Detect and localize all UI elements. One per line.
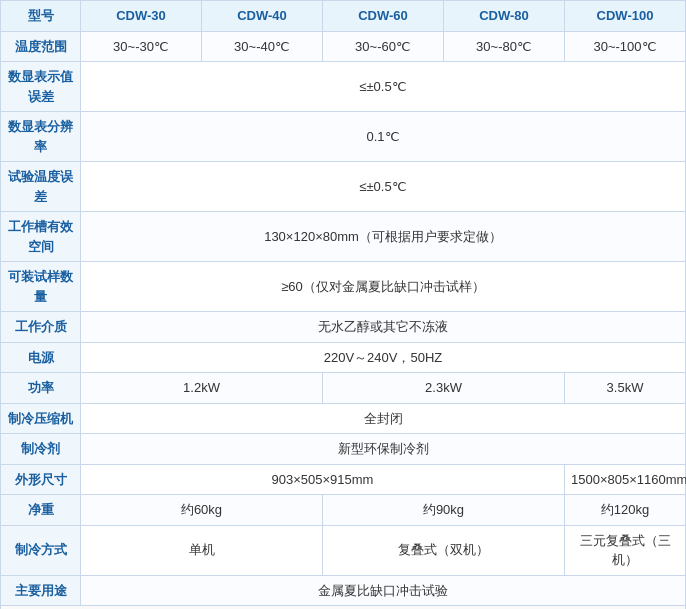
data-cell-span: 金属夏比缺口冲击试验 <box>81 575 686 606</box>
table-row: 制冷剂新型环保制冷剂 <box>1 434 686 465</box>
row-label: 制冷剂 <box>1 434 81 465</box>
header-cell-cdw40: CDW-40 <box>202 1 323 32</box>
data-cell: 30~-100℃ <box>565 31 686 62</box>
header-cell-cdw60: CDW-60 <box>323 1 444 32</box>
header-cell-cdw100: CDW-100 <box>565 1 686 32</box>
data-cell: 30~-40℃ <box>202 31 323 62</box>
data-cell: 1.2kW <box>81 373 323 404</box>
row-label: 电源 <box>1 342 81 373</box>
row-label: 制冷方式 <box>1 525 81 575</box>
data-cell-span: 130×120×80mm（可根据用户要求定做） <box>81 212 686 262</box>
table-row: 温度范围30~-30℃30~-40℃30~-60℃30~-80℃30~-100℃ <box>1 31 686 62</box>
row-label: 试验温度误差 <box>1 162 81 212</box>
data-cell-span: ≤±0.5℃ <box>81 62 686 112</box>
row-label: 净重 <box>1 495 81 526</box>
table-row: 制冷压缩机全封闭 <box>1 403 686 434</box>
row-label: 数显表示值误差 <box>1 62 81 112</box>
table-row: 主要用途金属夏比缺口冲击试验 <box>1 575 686 606</box>
data-cell-span: 全封闭 <box>81 403 686 434</box>
table-row: 数显表分辨率0.1℃ <box>1 112 686 162</box>
data-cell: 三元复叠式（三机） <box>565 525 686 575</box>
data-cell: 约120kg <box>565 495 686 526</box>
row-label: 功率 <box>1 373 81 404</box>
row-label: 外形尺寸 <box>1 464 81 495</box>
data-cell-span: 无水乙醇或其它不冻液 <box>81 312 686 343</box>
table-row: 试验温度误差≤±0.5℃ <box>1 162 686 212</box>
data-cell-span: ≤±0.5℃ <box>81 162 686 212</box>
row-label: 制冷压缩机 <box>1 403 81 434</box>
data-cell: 单机 <box>81 525 323 575</box>
header-cell-label: 型号 <box>1 1 81 32</box>
data-cell: 约90kg <box>323 495 565 526</box>
data-cell-span: 新型环保制冷剂 <box>81 434 686 465</box>
data-cell: 30~-60℃ <box>323 31 444 62</box>
table-header-row: 型号 CDW-30 CDW-40 CDW-60 CDW-80 CDW-100 <box>1 1 686 32</box>
table-row: 功率1.2kW2.3kW3.5kW <box>1 373 686 404</box>
data-cell-span: 0.1℃ <box>81 112 686 162</box>
data-cell: 30~-80℃ <box>444 31 565 62</box>
spec-table: 型号 CDW-30 CDW-40 CDW-60 CDW-80 CDW-100 温… <box>0 0 686 609</box>
table-row: 数显表示值误差≤±0.5℃ <box>1 62 686 112</box>
table-row: 制冷方式单机复叠式（双机）三元复叠式（三机） <box>1 525 686 575</box>
note-cell: 备注：如改变工作槽尺寸可用作：铁素体钢落锤撕裂试验；重要测量仪表调试用、航空仪表… <box>1 606 686 610</box>
row-label: 可装试样数量 <box>1 262 81 312</box>
data-cell: 3.5kW <box>565 373 686 404</box>
table-row: 工作槽有效空间130×120×80mm（可根据用户要求定做） <box>1 212 686 262</box>
data-cell: 2.3kW <box>323 373 565 404</box>
row-label: 工作介质 <box>1 312 81 343</box>
data-cell: 903×505×915mm <box>81 464 565 495</box>
row-label: 数显表分辨率 <box>1 112 81 162</box>
header-cell-cdw30: CDW-30 <box>81 1 202 32</box>
data-cell: 1500×805×1160mm <box>565 464 686 495</box>
table-row: 工作介质无水乙醇或其它不冻液 <box>1 312 686 343</box>
data-cell-span: 220V～240V，50HZ <box>81 342 686 373</box>
table-row: 净重约60kg约90kg约120kg <box>1 495 686 526</box>
data-cell: 复叠式（双机） <box>323 525 565 575</box>
table-row: 外形尺寸903×505×915mm1500×805×1160mm <box>1 464 686 495</box>
data-cell: 约60kg <box>81 495 323 526</box>
row-label: 主要用途 <box>1 575 81 606</box>
spec-table-wrapper: 型号 CDW-30 CDW-40 CDW-60 CDW-80 CDW-100 温… <box>0 0 686 609</box>
table-row: 可装试样数量≥60（仅对金属夏比缺口冲击试样） <box>1 262 686 312</box>
data-cell: 30~-30℃ <box>81 31 202 62</box>
table-row: 电源220V～240V，50HZ <box>1 342 686 373</box>
data-cell-span: ≥60（仅对金属夏比缺口冲击试样） <box>81 262 686 312</box>
header-cell-cdw80: CDW-80 <box>444 1 565 32</box>
note-row: 备注：如改变工作槽尺寸可用作：铁素体钢落锤撕裂试验；重要测量仪表调试用、航空仪表… <box>1 606 686 610</box>
row-label: 工作槽有效空间 <box>1 212 81 262</box>
row-label: 温度范围 <box>1 31 81 62</box>
